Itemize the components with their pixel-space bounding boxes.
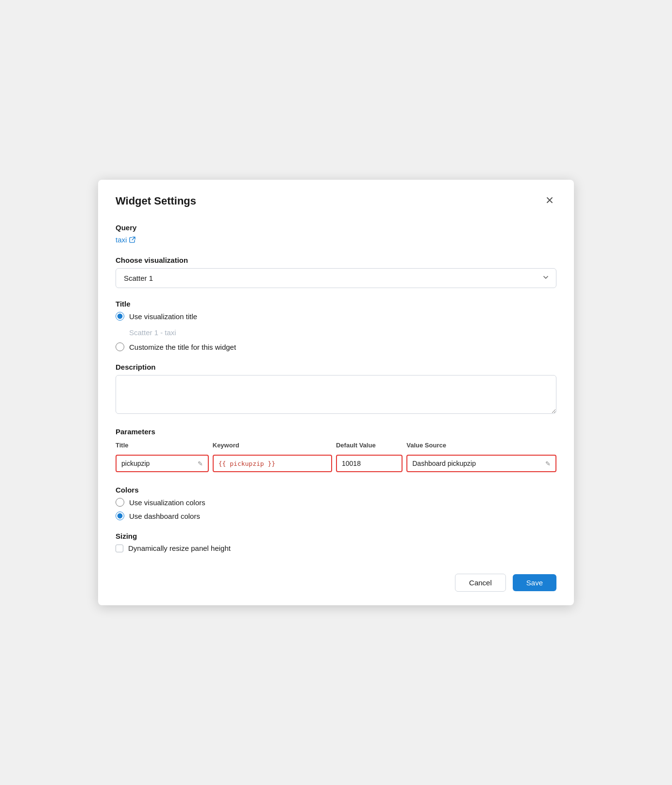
col-value-source: Value Source bbox=[406, 440, 556, 453]
sizing-label: Sizing bbox=[116, 532, 556, 540]
col-keyword: Keyword bbox=[213, 440, 336, 453]
parameters-table: Title Keyword Default Value Value Source… bbox=[116, 440, 556, 474]
description-label: Description bbox=[116, 363, 556, 371]
cancel-button[interactable]: Cancel bbox=[455, 574, 506, 592]
params-header-row: Title Keyword Default Value Value Source bbox=[116, 440, 556, 453]
param-keyword-cell: {{ pickupzip }} bbox=[213, 453, 336, 474]
colors-label: Colors bbox=[116, 486, 556, 494]
title-radio-group: Use visualization title Scatter 1 - taxi… bbox=[116, 312, 556, 351]
params-table-body: pickupzip ✎ {{ pickupzip }} 10018 bbox=[116, 453, 556, 474]
use-viz-title-option: Use visualization title bbox=[116, 312, 556, 321]
col-default-value: Default Value bbox=[336, 440, 406, 453]
use-viz-colors-option: Use visualization colors bbox=[116, 498, 556, 507]
close-button[interactable] bbox=[543, 193, 556, 209]
visualization-select[interactable]: Scatter 1 Scatter 2 Bar 1 Line 1 bbox=[116, 268, 556, 288]
param-title-field[interactable]: pickupzip ✎ bbox=[116, 455, 209, 472]
visualization-section: Choose visualization Scatter 1 Scatter 2… bbox=[116, 256, 556, 288]
query-link[interactable]: taxi bbox=[116, 236, 135, 244]
param-default-value: 10018 bbox=[342, 460, 361, 467]
table-row: pickupzip ✎ {{ pickupzip }} 10018 bbox=[116, 453, 556, 474]
close-icon bbox=[545, 195, 554, 205]
use-viz-colors-label: Use visualization colors bbox=[129, 498, 205, 507]
customize-title-radio[interactable] bbox=[116, 342, 124, 351]
sizing-section: Sizing Dynamically resize panel height bbox=[116, 532, 556, 552]
use-dashboard-colors-radio[interactable] bbox=[116, 512, 124, 520]
save-button[interactable]: Save bbox=[513, 574, 556, 591]
modal-body: Query taxi Choose visualization Scatter … bbox=[98, 219, 574, 552]
param-default-cell: 10018 bbox=[336, 453, 406, 474]
params-table-header: Title Keyword Default Value Value Source bbox=[116, 440, 556, 453]
use-viz-title-radio[interactable] bbox=[116, 312, 124, 321]
dynamic-resize-option: Dynamically resize panel height bbox=[116, 544, 556, 552]
external-link-icon bbox=[129, 237, 135, 243]
colors-section: Colors Use visualization colors Use dash… bbox=[116, 486, 556, 520]
description-textarea[interactable] bbox=[116, 375, 556, 414]
colors-radio-group: Use visualization colors Use dashboard c… bbox=[116, 498, 556, 520]
col-title: Title bbox=[116, 440, 213, 453]
modal-footer: Cancel Save bbox=[98, 564, 574, 605]
query-link-text: taxi bbox=[116, 236, 127, 244]
dynamic-resize-label: Dynamically resize panel height bbox=[128, 544, 231, 552]
parameters-label: Parameters bbox=[116, 427, 556, 436]
param-title-value: pickupzip bbox=[121, 460, 150, 467]
visualization-select-wrapper: Scatter 1 Scatter 2 Bar 1 Line 1 bbox=[116, 268, 556, 288]
title-section: Title Use visualization title Scatter 1 … bbox=[116, 300, 556, 351]
query-section: Query taxi bbox=[116, 223, 556, 244]
query-label: Query bbox=[116, 223, 556, 232]
dynamic-resize-checkbox[interactable] bbox=[116, 545, 123, 552]
edit-title-icon[interactable]: ✎ bbox=[198, 460, 203, 467]
param-source-value: Dashboard pickupzip bbox=[412, 460, 476, 467]
edit-source-icon[interactable]: ✎ bbox=[545, 460, 551, 467]
param-title-cell: pickupzip ✎ bbox=[116, 453, 213, 474]
param-default-field[interactable]: 10018 bbox=[336, 455, 403, 472]
customize-title-option: Customize the title for this widget bbox=[116, 342, 556, 351]
param-source-field[interactable]: Dashboard pickupzip ✎ bbox=[406, 455, 556, 472]
use-dashboard-colors-option: Use dashboard colors bbox=[116, 512, 556, 520]
use-dashboard-colors-label: Use dashboard colors bbox=[129, 512, 200, 520]
description-section: Description bbox=[116, 363, 556, 416]
modal-title: Widget Settings bbox=[116, 195, 196, 207]
parameters-section: Parameters Title Keyword Default Value V… bbox=[116, 427, 556, 474]
use-viz-title-label: Use visualization title bbox=[129, 312, 197, 321]
customize-title-label: Customize the title for this widget bbox=[129, 343, 236, 351]
widget-settings-modal: Widget Settings Query taxi Choose visual… bbox=[98, 180, 574, 605]
viz-title-placeholder: Scatter 1 - taxi bbox=[129, 328, 556, 337]
title-section-label: Title bbox=[116, 300, 556, 308]
use-viz-colors-radio[interactable] bbox=[116, 498, 124, 507]
visualization-label: Choose visualization bbox=[116, 256, 556, 264]
param-keyword-field[interactable]: {{ pickupzip }} bbox=[213, 455, 332, 472]
modal-header: Widget Settings bbox=[98, 180, 574, 219]
param-keyword-value: {{ pickupzip }} bbox=[218, 460, 275, 467]
param-source-cell: Dashboard pickupzip ✎ bbox=[406, 453, 556, 474]
